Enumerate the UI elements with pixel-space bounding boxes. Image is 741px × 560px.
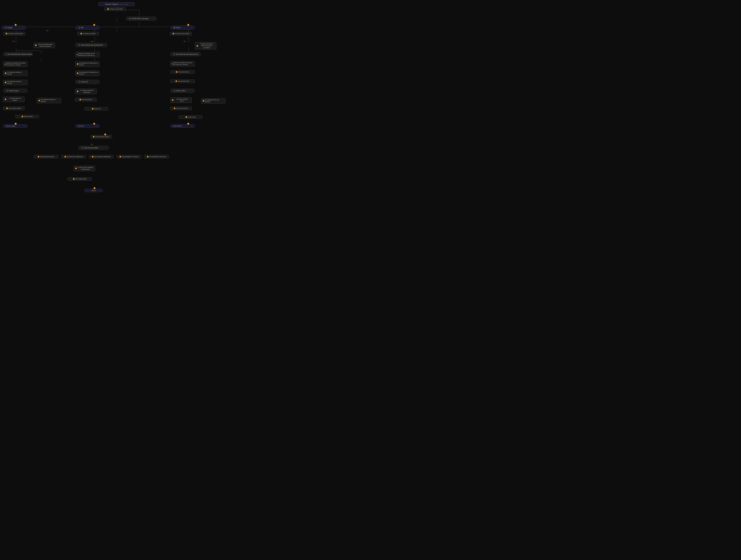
enrich-urls2-label: Enrich URLs <box>188 116 196 118</box>
sort-urls-icon: ⚙ <box>173 53 175 55</box>
auto-enrich-urls-node[interactable]: Auto-enrich URLs? <box>170 107 192 110</box>
pcap-icon: ▶ <box>129 17 131 20</box>
enrich-emails-label: Enrich Emails <box>24 116 33 117</box>
sort-urls-label: Sort internal and external urls <box>176 53 198 55</box>
is-pcap-label: Is there a PCAP file? <box>110 8 123 10</box>
connector-done-ips <box>93 123 95 125</box>
has-internal-suffix-label: Has the internal url suffix name been pr… <box>199 43 215 49</box>
set-incident-fields-node[interactable]: Set incident fields <box>68 177 92 181</box>
enrich-email-label: Enrich email <box>9 90 18 91</box>
enrich-ips-label: Enrich IPs <box>94 108 100 110</box>
done-node[interactable]: Done <box>84 189 103 192</box>
are-external-emails-node[interactable]: Are there external emails? <box>3 97 24 102</box>
workflow-canvas[interactable]: Playbook Triggered Inputs / Outputs Is t… <box>0 0 741 560</box>
pcap-miner-label: PCAP Miner execution <box>132 18 149 19</box>
pcap-miner-node[interactable]: ▶ PCAP Miner execution <box>126 16 156 20</box>
ips-icon: ⊕ <box>78 26 80 29</box>
determine-urls-node[interactable]: ▶ Determine whether the URLs are interna… <box>170 61 195 66</box>
urls-expand[interactable]: ✕ <box>191 27 192 28</box>
determine-emails-node[interactable]: ▶ Determine whether the emails are inter… <box>3 61 27 67</box>
set-common-fields-node[interactable]: ⚙ Set common fields <box>78 146 109 150</box>
are-email-results-node[interactable]: Are there email results? <box>4 32 25 35</box>
set-emails-internal-node[interactable]: Set detected emails as internal <box>3 71 27 76</box>
set-ips-internal-node[interactable]: Set detected IP addresses as internal <box>75 61 100 67</box>
playbook-triggered-node[interactable]: Playbook Triggered Inputs / Outputs <box>98 2 135 6</box>
sort-emails-label: Sort internal and external emails <box>8 53 32 55</box>
set-dest-udp-node[interactable]: Set destination UDP ports <box>144 155 169 159</box>
connection-lines <box>0 0 741 560</box>
urls-section-node[interactable]: 🔗 URLs ✕ <box>170 25 195 29</box>
urls-icon: 🔗 <box>173 26 176 29</box>
set-emails-external-node[interactable]: Set detected emails as external <box>3 80 27 85</box>
auto-enrich-ips-label: Auto-enrich IPs? <box>82 99 92 101</box>
determine-emails-label: Determine whether the emails are interna… <box>6 62 26 66</box>
enrich-ip-node[interactable]: ⚙ Enrich IP <box>75 80 100 84</box>
set-detected-emails-external2-node[interactable]: Set detected emails as external <box>37 98 61 103</box>
emails-expand[interactable]: ✕ <box>22 27 23 28</box>
ips-section-node[interactable]: ⊕ IPs ✕ <box>75 25 100 29</box>
are-url-results-node[interactable]: Are there URL results? <box>170 32 192 35</box>
enrich-emails-node[interactable]: Enrich Emails <box>15 115 39 118</box>
has-internal-suffix-node[interactable]: Has the internal url suffix name been pr… <box>195 42 216 49</box>
emails-section-node[interactable]: ✉ Emails ✕ <box>2 25 26 29</box>
enrich-urls-label: Enrich URLs <box>176 90 186 91</box>
enrich-email-icon: ⚙ <box>6 89 8 92</box>
enrich-urls-node[interactable]: ⚙ Enrich URLs <box>170 89 195 93</box>
enrich-ips-node[interactable]: Enrich IPs <box>84 107 108 111</box>
internal-email-domain-label: Was an internal email domain provided? <box>37 44 53 47</box>
set-ips-external-node[interactable]: Set detected IP addresses as external <box>75 71 100 76</box>
done-urls-label: Done URLs <box>173 125 182 127</box>
set-external-ips-label: Set external IP addresses <box>94 156 111 158</box>
set-external-urls-node[interactable]: Set external URLs <box>170 79 195 83</box>
are-external-urls-node[interactable]: Are there external URLs? <box>170 98 192 103</box>
connector-emails <box>15 24 16 26</box>
ips-section-label: IPs <box>81 27 84 28</box>
done-emails-node[interactable]: Done emails ✕ <box>3 124 27 128</box>
set-internal-urls-node[interactable]: Set internal URLs <box>170 70 195 74</box>
set-dest-udp-label: Set destination UDP ports <box>149 156 166 158</box>
set-detected-urls-external-label: Set detected URLs as external <box>205 99 224 103</box>
set-common-fields-icon: ⚙ <box>81 146 84 149</box>
set-detected-urls-external-node[interactable]: Set detected URLs as external <box>201 98 225 104</box>
sort-ips-node[interactable]: ⚙ Sort internal and external IPs <box>75 43 108 47</box>
is-pcap-analysis-node[interactable]: Is this a PCAP analysis incident type? <box>74 166 95 171</box>
determine-ips-icon: ▶ <box>77 54 78 56</box>
are-email-results-label: Are there email results? <box>8 33 23 35</box>
yes-label-ips: YES <box>90 41 93 42</box>
auto-enrich-ips-node[interactable]: Auto-enrich IPs? <box>75 98 97 101</box>
set-internal-ips-node[interactable]: Set internal IP addresses <box>61 155 86 159</box>
are-external-ips-label: Are there external IP addresses? <box>79 89 95 93</box>
sort-ips-icon: ⚙ <box>78 44 80 46</box>
ips-expand[interactable]: ✕ <box>96 27 97 28</box>
are-flow-results-node[interactable]: Are there flow results? <box>90 135 112 138</box>
determine-ips-label: Determine whether the IP addresses are i… <box>78 53 98 57</box>
set-external-ips-node[interactable]: Set external IP addresses <box>89 155 114 159</box>
is-pcap-node[interactable]: Is there a PCAP file? <box>104 7 126 11</box>
urls-section-label: URLs <box>176 27 181 28</box>
are-ip-results-label: Are there ip results? <box>82 33 95 35</box>
sort-emails-node[interactable]: ⚙ Sort internal and external emails <box>3 52 33 56</box>
set-protocols-node[interactable]: Set detected protocols <box>34 155 58 159</box>
emails-section-label: Emails <box>7 27 13 28</box>
connector-ips <box>93 24 95 26</box>
determine-ips-node[interactable]: ▶ Determine whether the IP addresses are… <box>75 52 100 57</box>
set-dest-tcp-node[interactable]: Set destination TCP ports <box>117 155 141 159</box>
auto-enrich-emails-node[interactable]: Auto-enrich emails? <box>3 107 24 110</box>
enrich-email-node[interactable]: ⚙ Enrich email <box>3 89 27 93</box>
internal-email-domain-node[interactable]: Was an internal email domain provided? <box>33 43 55 48</box>
are-ip-results-node[interactable]: Are there ip results? <box>77 32 99 35</box>
yes-label-emails: YES <box>12 41 15 42</box>
is-pcap-analysis-label: Is this a PCAP analysis incident type? <box>77 167 93 170</box>
enrich-urls2-node[interactable]: Enrich URLs <box>179 115 203 119</box>
set-internal-urls-label: Set internal URLs <box>178 71 189 73</box>
auto-enrich-emails-label: Auto-enrich emails? <box>8 108 21 109</box>
set-external-urls-label: Set external URLs <box>178 80 190 82</box>
done-urls-node[interactable]: Done URLs ✕ <box>170 124 195 128</box>
are-external-ips-node[interactable]: Are there external IP addresses? <box>75 89 97 94</box>
are-flow-results-label: Are there flow results? <box>95 136 110 138</box>
sort-urls-node[interactable]: ⚙ Sort internal and external urls <box>170 52 201 56</box>
done-ip-node[interactable]: Done IP ✕ <box>75 124 100 128</box>
set-detected-emails-external2-label: Set detected emails as external <box>41 99 60 103</box>
done-emails-label: Done emails <box>6 125 15 127</box>
connector-urls <box>187 24 189 26</box>
